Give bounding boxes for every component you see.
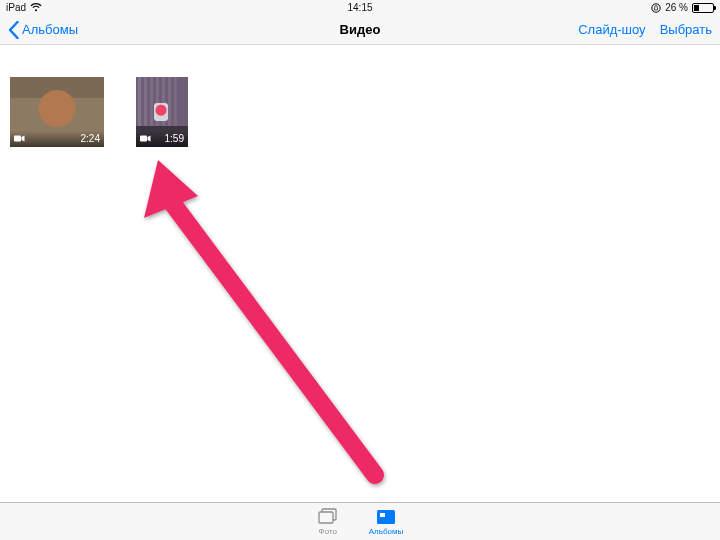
video-icon xyxy=(140,135,151,142)
thumbnail-overlay: 2:24 xyxy=(10,131,104,147)
back-button[interactable]: Альбомы xyxy=(8,21,78,39)
nav-bar: Альбомы Видео Слайд-шоу Выбрать xyxy=(0,15,720,45)
svg-rect-8 xyxy=(380,513,385,517)
albums-icon xyxy=(375,508,397,526)
svg-point-0 xyxy=(652,3,660,11)
video-thumbnail[interactable]: 2:24 xyxy=(10,77,104,147)
video-duration: 1:59 xyxy=(165,133,184,144)
status-left: iPad xyxy=(6,2,42,13)
tab-label: Фото xyxy=(319,527,337,536)
tab-albums[interactable]: Альбомы xyxy=(369,508,403,536)
back-label: Альбомы xyxy=(22,22,78,37)
slideshow-button[interactable]: Слайд-шоу xyxy=(578,22,645,37)
select-button[interactable]: Выбрать xyxy=(660,22,712,37)
video-icon xyxy=(14,135,25,142)
svg-line-3 xyxy=(170,200,375,475)
svg-rect-1 xyxy=(14,136,21,142)
thumbnail-overlay: 1:59 xyxy=(136,131,188,147)
device-name: iPad xyxy=(6,2,26,13)
video-thumbnail[interactable]: 1:59 xyxy=(136,77,188,147)
video-duration: 2:24 xyxy=(81,133,100,144)
status-right: 26 % xyxy=(651,2,714,13)
tab-photo[interactable]: Фото xyxy=(317,508,339,536)
battery-percent: 26 % xyxy=(665,2,688,13)
chevron-left-icon xyxy=(8,21,20,39)
nav-actions: Слайд-шоу Выбрать xyxy=(578,22,712,37)
status-bar: iPad 14:15 26 % xyxy=(0,0,720,15)
photo-stack-icon xyxy=(317,508,339,526)
video-grid: 2:24 1:59 xyxy=(0,45,720,179)
tab-bar: Фото Альбомы xyxy=(0,502,720,540)
battery-icon xyxy=(692,3,714,13)
svg-rect-2 xyxy=(140,136,147,142)
wifi-icon xyxy=(30,3,42,12)
status-time: 14:15 xyxy=(347,2,372,13)
svg-rect-6 xyxy=(319,512,333,523)
tab-label: Альбомы xyxy=(369,527,403,536)
svg-rect-7 xyxy=(377,510,395,524)
page-title: Видео xyxy=(340,22,381,37)
orientation-lock-icon xyxy=(651,3,661,13)
